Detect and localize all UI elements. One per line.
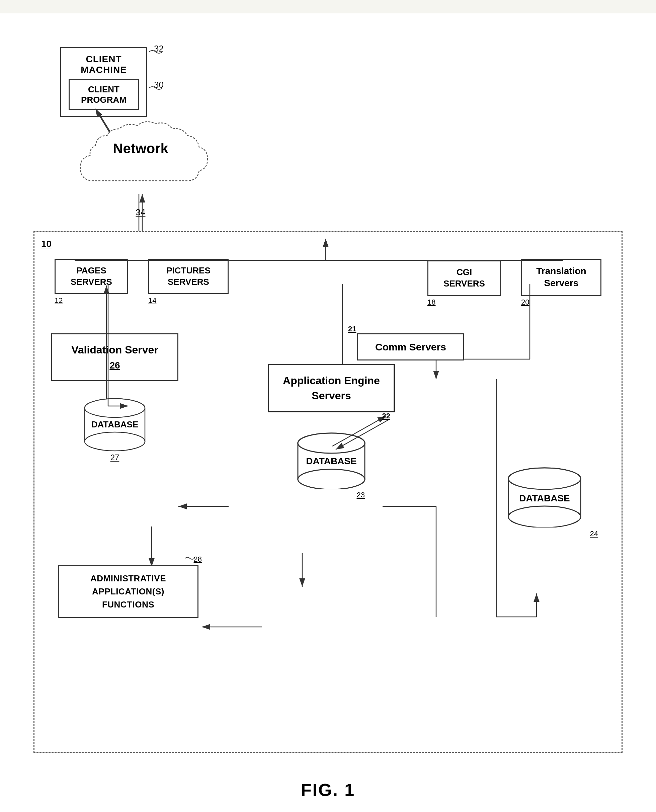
network-label: Network [113, 141, 169, 157]
cgi-ref: 18 [427, 298, 435, 306]
pages-servers-box: PAGES SERVERS [54, 259, 128, 294]
cgi-server-group: CGI SERVERS 18 [427, 260, 501, 306]
db-24-ref: 24 [590, 529, 598, 538]
client-program-box: CLIENT PROGRAM [69, 79, 139, 110]
pages-server-group: PAGES SERVERS 12 [54, 259, 128, 305]
admin-box: ADMINISTRATIVE APPLICATION(S) FUNCTIONS [58, 565, 198, 618]
cloud-svg [67, 114, 214, 201]
translation-servers-box: Translation Servers [521, 259, 602, 296]
app-engine-area: Comm Servers 21 Application Engine Serve… [192, 333, 471, 500]
app-engine-box: Application Engine Servers 22 [268, 364, 395, 413]
pictures-server-group: PICTURES SERVERS 14 [148, 259, 229, 305]
svg-text:DATABASE: DATABASE [519, 493, 569, 503]
client-machine-label: CLIENT MACHINE [69, 54, 139, 75]
svg-point-42 [508, 506, 581, 527]
db-27-cylinder: DATABASE [81, 398, 148, 452]
ref-34: 34 [136, 207, 145, 218]
validation-area: Validation Server 26 DATABASE [51, 333, 178, 462]
pictures-servers-box: PICTURES SERVERS [148, 259, 229, 294]
admin-box-wrapper: 28 ADMINISTRATIVE APPLICATION(S) FUNCTIO… [58, 565, 198, 618]
db-24-cylinder: DATABASE [504, 467, 585, 527]
right-servers: CGI SERVERS 18 Translation Servers 20 [427, 259, 602, 306]
client-machine-box: CLIENT MACHINE CLIENT PROGRAM [60, 47, 147, 117]
db-27-ref: 27 [110, 453, 119, 462]
translation-server-group: Translation Servers 20 [521, 259, 602, 306]
app-engine-ref: 22 [382, 411, 390, 421]
svg-point-38 [298, 433, 365, 453]
cgi-servers-box: CGI SERVERS [427, 260, 501, 296]
network-cloud: Network 34 [67, 114, 214, 214]
left-servers: PAGES SERVERS 12 PICTURES SERVERS 14 [54, 259, 229, 305]
db-23-ref: 23 [357, 491, 365, 500]
system-ref: 10 [41, 239, 51, 249]
translation-ref: 20 [521, 298, 529, 306]
ref-28-tilde [185, 555, 195, 561]
ref-30-tilde [149, 85, 162, 91]
top-servers-container: PAGES SERVERS 12 PICTURES SERVERS 14 CGI… [51, 259, 605, 306]
right-db-area: DATABASE 24 [484, 333, 605, 538]
fig-label: FIG. 1 [34, 780, 622, 800]
svg-point-37 [298, 469, 365, 489]
database-27: DATABASE 27 [81, 398, 148, 462]
middle-row: Validation Server 26 DATABASE [51, 333, 605, 538]
ref-32-tilde [149, 48, 162, 55]
validation-server-box: Validation Server 26 [51, 333, 178, 382]
svg-text:DATABASE: DATABASE [306, 456, 356, 466]
db-23-cylinder: DATABASE [294, 432, 368, 489]
pictures-ref: 14 [148, 296, 156, 305]
database-23: DATABASE 23 [294, 432, 368, 500]
svg-text:DATABASE: DATABASE [91, 419, 139, 430]
svg-point-43 [508, 468, 581, 489]
comm-servers-box: Comm Servers 21 [357, 333, 464, 360]
pages-ref: 12 [54, 296, 63, 305]
comm-ref: 21 [348, 324, 356, 334]
svg-point-32 [85, 432, 145, 451]
svg-point-33 [85, 399, 145, 418]
system-box: 10 PAGES SERVERS 12 PICTURES SERVERS 14 [34, 231, 622, 753]
